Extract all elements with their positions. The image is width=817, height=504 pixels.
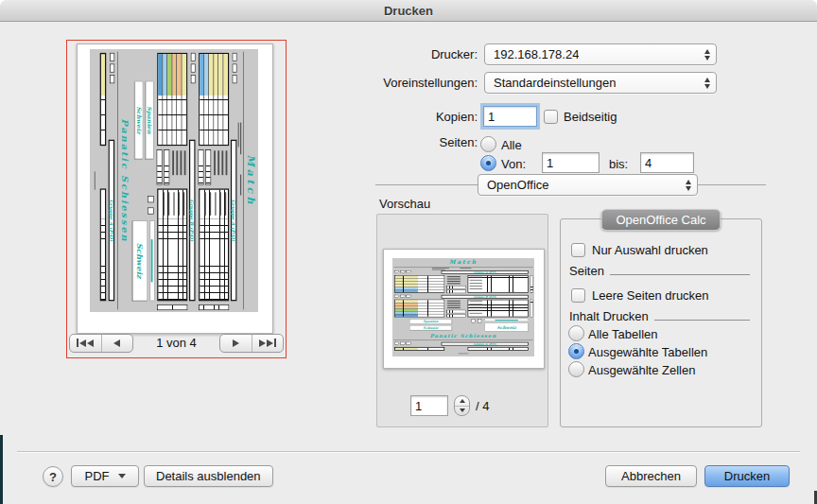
sheet-grid-lines	[200, 54, 228, 145]
printer-value: 192.168.178.24	[494, 47, 579, 61]
sheet-result-table	[394, 275, 444, 293]
sheet-text-line	[447, 303, 461, 304]
sheet-header-cell	[400, 270, 405, 273]
sheet-score-table	[468, 275, 529, 293]
stepper-up-icon[interactable]	[455, 396, 469, 407]
sheet-grid-lines	[200, 219, 228, 300]
sheet-text-line	[470, 277, 482, 278]
sheet-text-line	[205, 192, 206, 216]
section-rule	[654, 320, 750, 321]
pdf-menu-arrow-icon	[118, 474, 126, 478]
calc-options-group: OpenOffice Calc Nur Auswahl drucken Seit…	[560, 218, 762, 427]
pages-from-radio[interactable]	[480, 155, 496, 171]
content-section-header: Inhalt Drucken	[569, 309, 750, 323]
sheet-text-line	[447, 307, 461, 308]
sheet-header-cell	[407, 295, 411, 298]
pages-all-radio[interactable]	[480, 136, 496, 152]
pdf-menu-button[interactable]: PDF	[71, 465, 139, 487]
selected-tables-radio[interactable]	[568, 343, 584, 359]
sheet-text-line	[240, 123, 241, 155]
footer-divider	[17, 451, 800, 452]
stepper-down-icon[interactable]	[455, 407, 469, 416]
preview-page-portrait: MatchGruppe A (P/Q)Gruppe B (P/Q)Spanien…	[77, 43, 273, 334]
selected-cells-label: Ausgewählte Zellen	[588, 362, 695, 378]
sheet-result-table	[199, 53, 229, 146]
sheet-score-table	[468, 300, 529, 318]
presets-label: Voreinstellungen:	[315, 72, 478, 94]
copies-input[interactable]	[483, 106, 537, 127]
print-button[interactable]: Drucken	[704, 465, 790, 487]
app-section-value: OpenOffice	[487, 178, 549, 192]
preview-page-input[interactable]	[410, 395, 448, 416]
popup-arrows-icon	[680, 180, 691, 191]
sheet-text-line	[447, 278, 461, 279]
sheet-text-line	[220, 192, 221, 216]
sheet-header-cell	[191, 75, 196, 83]
pages-all-label: Alle	[501, 137, 522, 153]
sheet-grid-lines	[158, 54, 186, 145]
sheet-header-cell	[400, 295, 405, 298]
sheet-header-cell	[407, 342, 411, 345]
sheet-header-cell	[394, 342, 399, 345]
preview-thumbnail-panel: MatchGruppe A (P/Q)Gruppe B (P/Q)Spanien…	[66, 40, 287, 358]
sheet-text-line	[470, 283, 482, 284]
sheet-text-line	[181, 150, 182, 175]
sheet-header-cell	[110, 64, 114, 73]
sheet-grid-lines	[157, 150, 162, 184]
blank-pages-checkbox[interactable]	[571, 288, 585, 303]
sheet-title-panatic: Panatic Schiessen	[120, 49, 130, 312]
sheet-mini-grid	[164, 149, 169, 184]
pages-section-label: Seiten	[569, 264, 604, 278]
sheet-group-header: Gruppe A (P/Q)	[231, 140, 237, 302]
sheet-text-line	[447, 281, 461, 282]
selected-cells-radio[interactable]	[568, 361, 584, 377]
sheet-text-line	[470, 307, 482, 308]
cancel-button[interactable]: Abbrechen	[605, 465, 697, 487]
sheet-result-table	[157, 53, 187, 146]
preview-page-stepper[interactable]	[454, 395, 470, 416]
prev-page-button[interactable]	[101, 335, 133, 352]
sheet-result-table	[394, 347, 444, 351]
sheet-text-line	[168, 192, 169, 216]
pages-to-input[interactable]	[640, 152, 694, 173]
sheet-label-schweiz: Schweiz	[409, 325, 452, 330]
sheet-grid-lines	[447, 315, 466, 318]
sheet-teal-strip	[485, 319, 529, 322]
sheet-header-cell	[233, 53, 237, 61]
sheet-grid-lines	[395, 348, 444, 350]
only-selection-checkbox[interactable]	[571, 243, 585, 257]
sheet-text-line	[447, 305, 461, 306]
sheet-small-cell	[472, 319, 476, 322]
first-page-button[interactable]	[70, 335, 101, 352]
app-section-select[interactable]: OpenOffice	[478, 174, 698, 196]
sheet-header-cell	[407, 270, 411, 273]
sheet-text-line	[218, 150, 219, 175]
next-page-button[interactable]	[220, 335, 252, 352]
sheet-group-header: Gruppe A (P/Q)	[442, 270, 529, 274]
printer-select[interactable]: 192.168.178.24	[484, 43, 717, 65]
last-page-button[interactable]	[252, 335, 284, 352]
sheet-grid-lines	[101, 54, 105, 145]
presets-select[interactable]: Standardeinstellungen	[484, 72, 717, 94]
next-page-icon	[233, 339, 239, 347]
duplex-checkbox[interactable]	[544, 110, 558, 124]
sheet-group-header: Gruppe A (P/Q)	[109, 140, 115, 302]
sheet-grid-lines	[158, 219, 186, 300]
details-toggle-button[interactable]: Details ausblenden	[144, 465, 273, 487]
sheet-small-cell	[478, 319, 481, 322]
sheet-grid-lines	[484, 300, 528, 316]
sheet-header-cell	[394, 295, 399, 298]
sheet-grid-lines	[484, 276, 528, 292]
sheet-text-line	[470, 280, 482, 281]
pages-from-input[interactable]	[542, 152, 600, 173]
sheet-header-cell	[400, 342, 405, 345]
sheet-teal-strip	[149, 220, 154, 301]
help-button[interactable]: ?	[43, 466, 63, 487]
sheet-text-line	[495, 320, 517, 321]
sheet-small-cell	[148, 207, 154, 214]
all-tables-radio[interactable]	[568, 325, 584, 341]
sheet-mini-grid	[157, 149, 163, 184]
sheet-text-line	[470, 304, 482, 305]
sheet-header-cell	[233, 64, 237, 73]
pages-to-label: bis:	[609, 156, 628, 172]
